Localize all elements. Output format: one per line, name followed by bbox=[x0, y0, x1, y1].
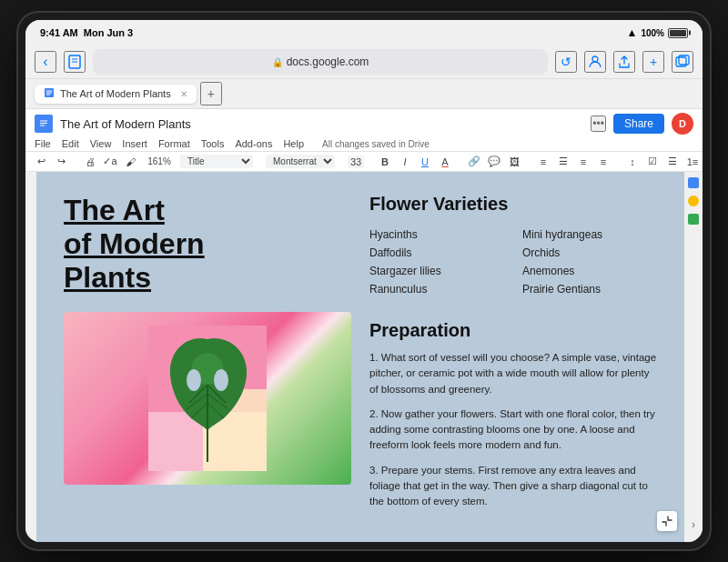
flower-varieties-title: Flower Varieties bbox=[369, 194, 657, 215]
ipad-screen: 9:41 AM Mon Jun 3 ▲ 100% ‹ bbox=[25, 20, 703, 542]
time: 9:41 AM bbox=[40, 27, 78, 38]
underline-button[interactable]: U bbox=[417, 155, 433, 169]
person-button[interactable] bbox=[584, 51, 606, 73]
status-bar-left: 9:41 AM Mon Jun 3 bbox=[40, 27, 133, 38]
doc-left-sidebar bbox=[25, 172, 36, 542]
svg-point-18 bbox=[214, 369, 228, 391]
bullets-button[interactable]: ☰ bbox=[664, 154, 681, 169]
menu-view[interactable]: View bbox=[90, 138, 112, 149]
right-panel bbox=[684, 172, 703, 542]
align-right-button[interactable]: ≡ bbox=[575, 155, 592, 169]
style-selector[interactable]: Title Normal text Heading 1 bbox=[180, 155, 253, 168]
menu-help[interactable]: Help bbox=[283, 138, 304, 149]
browser-bar: ‹ 🔒 docs.google.com ↺ bbox=[25, 45, 703, 79]
zoom-selector[interactable]: 161% bbox=[151, 156, 167, 167]
gdocs-more-button[interactable]: ••• bbox=[591, 115, 606, 132]
menu-tools[interactable]: Tools bbox=[201, 138, 225, 149]
flowers-col1: Hyacinths Daffodils Stargazer lilies Ran… bbox=[369, 226, 504, 298]
panel-icon-yellow bbox=[688, 196, 699, 206]
document-title: The Art of Modern Plants bbox=[64, 194, 351, 294]
monstera-leaf-svg bbox=[148, 326, 267, 471]
back-button[interactable]: ‹ bbox=[35, 51, 56, 73]
chevron-right-icon: › bbox=[692, 518, 695, 531]
flower-item: Stargazer lilies bbox=[369, 262, 504, 280]
url-bar[interactable]: 🔒 docs.google.com bbox=[93, 49, 548, 75]
doc-page[interactable]: The Art of Modern Plants bbox=[36, 172, 684, 542]
flower-item: Daffodils bbox=[369, 244, 504, 262]
prep-step-1: 1. What sort of vessel will you choose? … bbox=[369, 350, 657, 397]
redo-button[interactable]: ↪ bbox=[53, 154, 69, 169]
left-column: The Art of Modern Plants bbox=[64, 194, 351, 485]
lock-icon: 🔒 bbox=[272, 57, 283, 67]
status-bar-right: ▲ 100% bbox=[627, 26, 688, 39]
italic-button[interactable]: I bbox=[397, 155, 413, 169]
paint-format-button[interactable]: 🖌 bbox=[122, 155, 138, 169]
add-tab-button[interactable]: + bbox=[642, 51, 664, 73]
url-text: docs.google.com bbox=[287, 55, 369, 68]
flower-item: Mini hydrangeas bbox=[522, 226, 657, 244]
panel-icon-green bbox=[688, 214, 699, 225]
menu-addons[interactable]: Add-ons bbox=[235, 138, 272, 149]
user-avatar: D bbox=[672, 113, 693, 135]
bookmarks-button[interactable] bbox=[64, 51, 86, 73]
line-spacing-button[interactable]: ↕ bbox=[624, 155, 641, 169]
align-left-button[interactable]: ≡ bbox=[535, 155, 551, 169]
print-button[interactable]: 🖨 bbox=[82, 155, 98, 169]
flower-item: Ranunculus bbox=[369, 280, 504, 298]
reload-button[interactable]: ↺ bbox=[555, 51, 577, 73]
bold-button[interactable]: B bbox=[377, 155, 393, 169]
flower-item: Anemones bbox=[522, 262, 657, 280]
align-justify-button[interactable]: ≡ bbox=[595, 155, 612, 169]
expand-button[interactable] bbox=[657, 511, 677, 531]
gdocs-top-bar: The Art of Modern Plants ••• Share D bbox=[25, 109, 703, 138]
title-line2: of Modern bbox=[64, 227, 205, 260]
undo-button[interactable]: ↩ bbox=[33, 154, 49, 169]
prep-step-2: 2. Now gather your flowers. Start with o… bbox=[369, 406, 657, 454]
menu-insert[interactable]: Insert bbox=[122, 138, 147, 149]
tabs-button[interactable] bbox=[672, 51, 693, 73]
svg-point-3 bbox=[592, 56, 598, 62]
checklist-button[interactable]: ☑ bbox=[644, 154, 661, 169]
share-browser-button[interactable] bbox=[613, 51, 635, 73]
menu-format[interactable]: Format bbox=[158, 138, 190, 149]
preparation-title: Preparation bbox=[369, 320, 657, 341]
align-center-button[interactable]: ☰ bbox=[555, 154, 571, 169]
doc-tab-icon bbox=[44, 87, 55, 101]
font-selector[interactable]: Montserrat Arial bbox=[266, 155, 335, 168]
panel-icon-docs bbox=[688, 177, 699, 188]
color-button[interactable]: A bbox=[437, 155, 453, 169]
gdocs-title: The Art of Modern Plants bbox=[60, 117, 583, 131]
svg-point-17 bbox=[187, 369, 201, 391]
date: Mon Jun 3 bbox=[84, 27, 133, 38]
flowers-col2: Mini hydrangeas Orchids Anemones Prairie… bbox=[522, 226, 657, 298]
status-bar: 9:41 AM Mon Jun 3 ▲ 100% bbox=[25, 20, 703, 45]
comment-button[interactable]: 💬 bbox=[486, 154, 502, 169]
flower-item: Orchids bbox=[522, 244, 657, 262]
spellcheck-button[interactable]: ✓a bbox=[102, 154, 118, 169]
new-tab-button[interactable]: + bbox=[200, 82, 222, 105]
image-button[interactable]: 🖼 bbox=[506, 155, 522, 169]
flower-item: Hyacinths bbox=[369, 226, 504, 244]
menu-edit[interactable]: Edit bbox=[62, 138, 79, 149]
autosave-status: All changes saved in Drive bbox=[322, 139, 430, 149]
tab-close-button[interactable]: ✕ bbox=[180, 89, 187, 99]
doc-content: The Art of Modern Plants bbox=[25, 172, 703, 542]
gdocs-toolbar: The Art of Modern Plants ••• Share D Fil… bbox=[25, 109, 703, 172]
browser-actions: ↺ + bbox=[555, 51, 693, 73]
gdocs-app-icon bbox=[35, 115, 53, 133]
wifi-icon: ▲ bbox=[627, 26, 638, 39]
gdocs-format-bar: ↩ ↪ 🖨 ✓a 🖌 161% Title Normal text Headin… bbox=[25, 151, 703, 171]
numbered-list-button[interactable]: 1≡ bbox=[684, 155, 701, 169]
title-line3: Plants bbox=[64, 261, 151, 294]
page-content: The Art of Modern Plants bbox=[36, 172, 684, 542]
prep-step-3: 3. Prepare your stems. First remove any … bbox=[369, 463, 657, 510]
flower-item: Prairie Gentians bbox=[522, 280, 657, 298]
right-column: Flower Varieties Hyacinths Daffodils Sta… bbox=[369, 194, 657, 518]
share-button[interactable]: Share bbox=[613, 114, 664, 134]
active-tab[interactable]: The Art of Modern Plants ✕ bbox=[35, 85, 197, 104]
menu-file[interactable]: File bbox=[35, 138, 51, 149]
tab-title: The Art of Modern Plants bbox=[60, 88, 171, 99]
battery-percent: 100% bbox=[641, 28, 664, 38]
link-button[interactable]: 🔗 bbox=[466, 154, 482, 169]
font-size-field[interactable]: 33 bbox=[348, 156, 364, 168]
